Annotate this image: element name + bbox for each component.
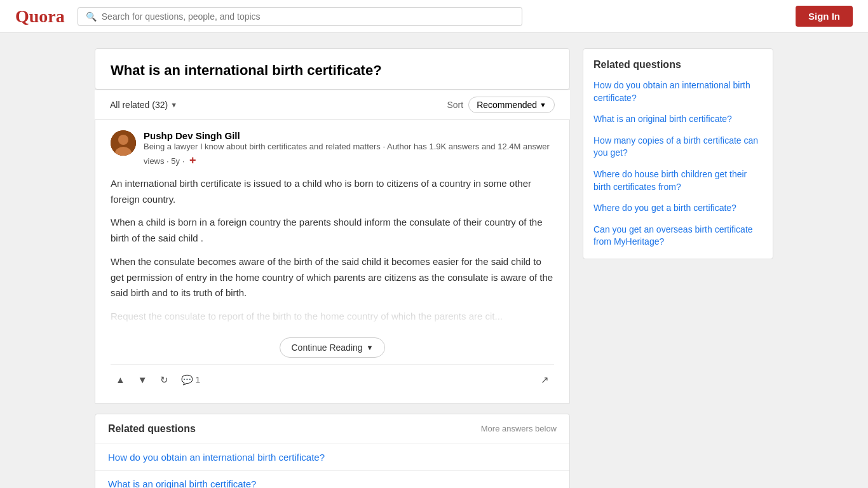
list-item: Where do house birth children get their … <box>593 168 763 193</box>
related-link-2[interactable]: What is an original birth certificate? <box>108 478 256 488</box>
action-buttons: ▲ ▼ ↻ 💬 1 <box>111 371 205 389</box>
share-icon: ↗ <box>541 374 549 385</box>
follow-button[interactable]: + <box>189 154 196 166</box>
chevron-down-icon: ▼ <box>170 101 177 109</box>
continue-reading-label: Continue Reading <box>292 342 363 353</box>
share-button[interactable]: ↗ <box>536 371 554 389</box>
header: Quora 🔍 Sign In <box>0 0 868 33</box>
sort-label: Sort <box>447 100 463 110</box>
upvote-icon: ▲ <box>116 374 125 385</box>
list-item: How do you obtain an international birth… <box>593 79 763 104</box>
answer-paragraph-1: An international birth certificate is is… <box>111 176 554 208</box>
sign-in-button[interactable]: Sign In <box>796 6 853 27</box>
related-questions-title: Related questions <box>108 423 196 435</box>
related-header: Related questions More answers below <box>95 414 569 444</box>
related-link-list: How do you obtain an international birth… <box>95 444 569 488</box>
list-item: What is an original birth certificate? <box>95 471 569 488</box>
sidebar-card: Related questions How do you obtain an i… <box>583 48 773 259</box>
related-link-1[interactable]: How do you obtain an international birth… <box>108 452 325 463</box>
comment-count: 1 <box>196 375 200 384</box>
downvote-button[interactable]: ▼ <box>133 371 153 388</box>
author-bio: Being a lawyer I know about birth certif… <box>144 141 554 168</box>
quora-logo[interactable]: Quora <box>15 6 65 27</box>
refresh-button[interactable]: ↻ <box>155 371 173 389</box>
sidebar-link-5[interactable]: Where do you get a birth certificate? <box>593 203 736 213</box>
sidebar-link-3[interactable]: How many copies of a birth certificate c… <box>593 135 758 158</box>
more-answers-label: More answers below <box>481 424 557 433</box>
sidebar-link-list: How do you obtain an international birth… <box>593 79 763 248</box>
comment-button[interactable]: 💬 1 <box>176 371 205 389</box>
search-icon: 🔍 <box>86 11 97 22</box>
svg-point-1 <box>118 135 128 145</box>
sort-dropdown[interactable]: Recommended ▼ <box>468 97 555 113</box>
sidebar: Related questions How do you obtain an i… <box>583 48 773 259</box>
list-item: Can you get an overseas birth certificat… <box>593 224 763 248</box>
downvote-icon: ▼ <box>138 374 147 385</box>
main-related-section: Related questions More answers below How… <box>95 414 570 488</box>
comment-icon: 💬 <box>181 374 193 386</box>
sidebar-title: Related questions <box>593 59 763 71</box>
question-card: What is an international birth certifica… <box>95 48 570 90</box>
search-bar: 🔍 <box>78 7 522 26</box>
answer-text: An international birth certificate is is… <box>111 176 554 332</box>
list-item: What is an original birth certificate? <box>593 113 763 126</box>
all-related-label: All related <box>110 100 149 110</box>
question-title: What is an international birth certifica… <box>111 62 554 80</box>
list-item: How do you obtain an international birth… <box>95 444 569 471</box>
continue-reading-button[interactable]: Continue Reading ▼ <box>280 337 386 358</box>
avatar <box>111 130 136 156</box>
sidebar-link-4[interactable]: Where do house birth children get their … <box>593 169 747 192</box>
refresh-icon: ↻ <box>160 374 168 386</box>
sidebar-link-1[interactable]: How do you obtain an international birth… <box>593 80 750 103</box>
all-related-count: (32) <box>152 100 168 110</box>
upvote-button[interactable]: ▲ <box>111 371 130 388</box>
sort-value: Recommended <box>477 100 537 110</box>
all-related-button[interactable]: All related (32) ▼ <box>110 100 177 110</box>
list-item: How many copies of a birth certificate c… <box>593 135 763 159</box>
answer-fade <box>111 294 554 332</box>
content-area: What is an international birth certifica… <box>95 48 570 488</box>
author-info: Pushp Dev Singh Gill Being a lawyer I kn… <box>144 130 554 168</box>
sort-container: Sort Recommended ▼ <box>447 97 555 113</box>
sidebar-link-6[interactable]: Can you get an overseas birth certificat… <box>593 224 753 247</box>
header-right: Sign In <box>796 6 853 27</box>
answer-card: Pushp Dev Singh Gill Being a lawyer I kn… <box>95 120 570 403</box>
author-name: Pushp Dev Singh Gill <box>144 130 554 141</box>
sidebar-link-2[interactable]: What is an original birth certificate? <box>593 114 732 124</box>
chevron-down-icon: ▼ <box>367 344 374 351</box>
chevron-down-icon: ▼ <box>539 101 546 109</box>
continue-reading-container: Continue Reading ▼ <box>111 337 554 358</box>
list-item: Where do you get a birth certificate? <box>593 202 763 215</box>
main-layout: What is an international birth certifica… <box>85 48 783 488</box>
author-row: Pushp Dev Singh Gill Being a lawyer I kn… <box>111 130 554 168</box>
answer-paragraph-2: When a child is born in a foreign countr… <box>111 215 554 247</box>
action-bar: ▲ ▼ ↻ 💬 1 ↗ <box>111 364 554 393</box>
filter-bar: All related (32) ▼ Sort Recommended ▼ <box>95 90 570 120</box>
search-input[interactable] <box>102 11 514 22</box>
